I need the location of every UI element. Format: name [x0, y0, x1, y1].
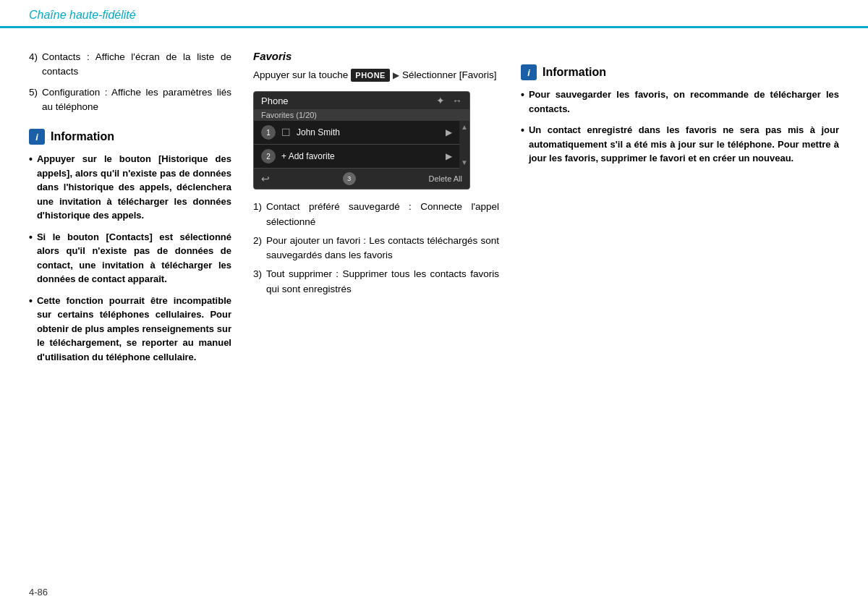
right-column: i Information Pour sauvegarder les favor…: [521, 50, 839, 371]
bullet-text: Cette fonction pourrait être incompatibl…: [37, 294, 231, 365]
info-title-right: Information: [542, 66, 606, 79]
step-text: Tout supprimer : Supprimer tous les cont…: [266, 267, 499, 297]
desc-after: Sélectionner [Favoris]: [402, 68, 497, 82]
scrollbar-container: 1 ☐ John Smith ▶ 2 + Add favorite ▶ ▲ ▼: [254, 121, 469, 169]
info-box-right: i Information Pour sauvegarder les favor…: [521, 64, 839, 166]
phone-ui-header: Phone ✦ ↔: [254, 92, 469, 109]
item-num: 4): [29, 50, 38, 80]
phone-ui-row-1: 1 ☐ John Smith ▶: [254, 121, 459, 145]
add-favorite-label: + Add favorite: [281, 151, 446, 161]
steps-list: 1) Contact préféré sauvegardé : Connecte…: [253, 200, 499, 297]
info-bullet: Si le bouton [Contacts] est sélectionné …: [29, 230, 231, 286]
back-icon: ↩: [261, 173, 270, 184]
scroll-down-icon: ▼: [461, 158, 468, 166]
rows-container: 1 ☐ John Smith ▶ 2 + Add favorite ▶: [254, 121, 459, 169]
page-header: Chaîne haute-fidélité: [0, 0, 868, 28]
scroll-up-icon: ▲: [461, 123, 468, 131]
info-bullet-right: Un contact enregistré dans les favoris n…: [521, 123, 839, 166]
info-bullets-right: Pour sauvegarder les favoris, on recomma…: [521, 88, 839, 166]
list-item: 5) Configuration : Affiche les paramètre…: [29, 85, 231, 115]
left-column: 4) Contacts : Affiche l'écran de la list…: [29, 50, 231, 371]
step-text: Pour ajouter un favori : Les contacts té…: [266, 234, 499, 263]
page-number: 4-86: [29, 587, 48, 598]
desc-before: Appuyer sur la touche: [253, 68, 348, 82]
page-title: Chaîne haute-fidélité: [29, 9, 839, 26]
arrow-icon: ▶: [393, 69, 399, 82]
favoris-title: Favoris: [253, 50, 499, 62]
info-bullet: Cette fonction pourrait être incompatibl…: [29, 294, 231, 365]
step-item: 2) Pour ajouter un favori : Les contacts…: [253, 234, 499, 263]
row-arrow-2: ▶: [446, 151, 452, 161]
list-item: 4) Contacts : Affiche l'écran de la list…: [29, 50, 231, 80]
info-bullets: Appuyer sur le bouton [Historique des ap…: [29, 152, 231, 364]
info-icon-right: i: [521, 64, 537, 80]
step-item: 1) Contact préféré sauvegardé : Connecte…: [253, 200, 499, 229]
delete-all-label: Delete All: [429, 174, 462, 183]
step-item: 3) Tout supprimer : Supprimer tous les c…: [253, 267, 499, 297]
middle-column: Favoris Appuyer sur la touche PHONE ▶ Sé…: [253, 50, 499, 371]
info-icon: i: [29, 129, 45, 145]
phone-ui-footer: ↩ 3 Delete All: [254, 169, 469, 189]
item-text: Contacts : Affiche l'écran de la liste d…: [42, 50, 231, 80]
bullet-text-right: Un contact enregistré dans les favoris n…: [529, 123, 839, 166]
scrollbar: ▲ ▼: [459, 121, 469, 169]
bullet-text: Si le bouton [Contacts] est sélectionné …: [37, 230, 231, 286]
contact-name: John Smith: [297, 127, 446, 137]
info-header-right: i Information: [521, 64, 839, 80]
row-num-1: 1: [261, 125, 276, 140]
info-box-left: i Information Appuyer sur le bouton [His…: [29, 129, 231, 364]
favoris-desc: Appuyer sur la touche PHONE ▶ Sélectionn…: [253, 68, 499, 82]
phone-ui-screenshot: Phone ✦ ↔ Favorites (1/20) 1 ☐ John Smit…: [253, 91, 470, 190]
step-num: 2): [253, 234, 262, 263]
info-title: Information: [51, 130, 114, 143]
phone-ui-row-2: 2 + Add favorite ▶: [254, 145, 459, 169]
bullet-text: Appuyer sur le bouton [Historique des ap…: [37, 152, 231, 223]
phone-ui-title: Phone: [261, 95, 289, 106]
info-header: i Information: [29, 129, 231, 145]
row-arrow: ▶: [446, 127, 452, 137]
main-content: 4) Contacts : Affiche l'écran de la list…: [0, 28, 868, 393]
phone-badge: PHONE: [351, 69, 390, 82]
step-num: 3): [253, 267, 262, 297]
phone-ui-icons: ✦ ↔: [436, 95, 462, 106]
step-num: 1): [253, 200, 262, 229]
bullet-text-right: Pour sauvegarder les favoris, on recomma…: [529, 88, 839, 116]
info-bullet: Appuyer sur le bouton [Historique des ap…: [29, 152, 231, 223]
row-num-2: 2: [261, 149, 276, 163]
step-text: Contact préféré sauvegardé : Connecte l'…: [266, 200, 499, 229]
page-footer: 4-86: [29, 587, 48, 598]
bluetooth-icon: ✦: [436, 95, 445, 106]
info-bullet-right: Pour sauvegarder les favoris, on recomma…: [521, 88, 839, 116]
phone-ui-subtitle: Favorites (1/20): [254, 109, 469, 121]
contact-icon: ☐: [281, 127, 291, 138]
item-num: 5): [29, 85, 38, 115]
item-text: Configuration : Affiche les paramètres l…: [42, 85, 231, 115]
footer-num-badge: 3: [343, 172, 356, 185]
phone-connect-icon: ↔: [452, 95, 462, 106]
